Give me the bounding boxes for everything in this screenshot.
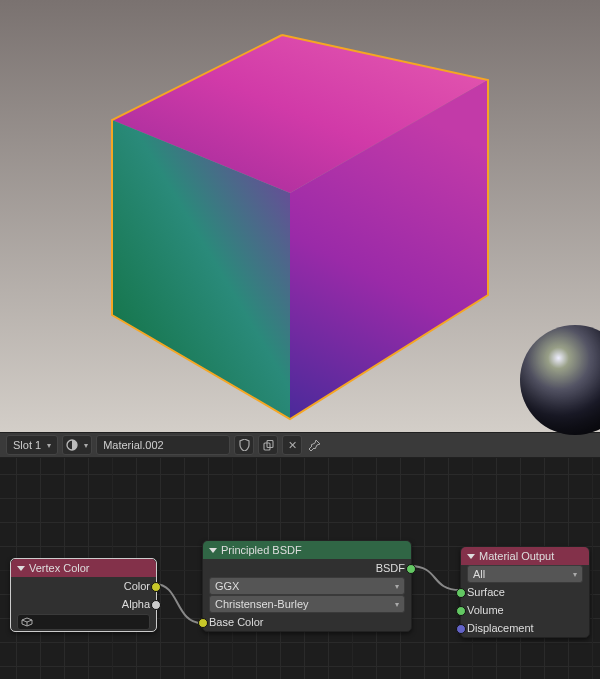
node-title: Vertex Color (29, 562, 90, 574)
unlink-button[interactable]: ✕ (282, 435, 302, 455)
node-title: Material Output (479, 550, 554, 562)
socket-displacement-in: Displacement (461, 619, 589, 637)
material-name-field[interactable]: Material.002 (96, 435, 230, 455)
socket-dot[interactable] (406, 564, 416, 574)
target-dropdown[interactable]: All ▾ (467, 565, 583, 583)
pin-button[interactable] (306, 436, 324, 454)
collapse-icon (17, 566, 25, 571)
cube-preview (0, 0, 600, 432)
socket-dot[interactable] (151, 600, 161, 610)
chevron-down-icon: ▾ (395, 600, 399, 609)
target-row: All ▾ (461, 565, 589, 583)
socket-alpha-out: Alpha (11, 595, 156, 613)
chevron-down-icon: ▾ (47, 441, 51, 450)
socket-color-out: Color (11, 577, 156, 595)
material-name: Material.002 (103, 439, 164, 451)
collapse-icon (209, 548, 217, 553)
material-slot-dropdown[interactable]: Slot 1 ▾ (6, 435, 58, 455)
viewport-3d[interactable] (0, 0, 600, 432)
mesh-data-icon (21, 617, 33, 627)
node-header[interactable]: Material Output (461, 547, 589, 565)
slot-label: Slot 1 (13, 439, 41, 451)
sss-method-dropdown[interactable]: Christensen-Burley ▾ (209, 595, 405, 613)
socket-bsdf-out: BSDF (203, 559, 411, 577)
distribution-row: GGX ▾ (203, 577, 411, 595)
shield-icon-button[interactable] (234, 435, 254, 455)
collapse-icon (467, 554, 475, 559)
chevron-down-icon: ▾ (395, 582, 399, 591)
socket-base-color-in: Base Color (203, 613, 411, 631)
chevron-down-icon: ▾ (84, 441, 88, 450)
vertex-color-name-row (11, 613, 156, 631)
shield-icon (239, 439, 250, 451)
node-editor-header: Slot 1 ▾ ▾ Material.002 ✕ (0, 432, 600, 458)
vertex-color-name-field[interactable] (17, 614, 150, 630)
node-principled-bsdf[interactable]: Principled BSDF BSDF GGX ▾ Christensen-B… (202, 540, 412, 632)
socket-volume-in: Volume (461, 601, 589, 619)
socket-dot[interactable] (151, 582, 161, 592)
socket-dot[interactable] (456, 624, 466, 634)
chevron-down-icon: ▾ (573, 570, 577, 579)
material-browse-button[interactable]: ▾ (62, 435, 92, 455)
node-material-output[interactable]: Material Output All ▾ Surface Volume Dis… (460, 546, 590, 638)
close-icon: ✕ (288, 439, 297, 452)
socket-dot[interactable] (456, 606, 466, 616)
sss-method-row: Christensen-Burley ▾ (203, 595, 411, 613)
node-title: Principled BSDF (221, 544, 302, 556)
node-vertex-color[interactable]: Vertex Color Color Alpha (10, 558, 157, 632)
pin-icon (309, 439, 321, 451)
duplicate-button[interactable] (258, 435, 278, 455)
node-header[interactable]: Principled BSDF (203, 541, 411, 559)
distribution-dropdown[interactable]: GGX ▾ (209, 577, 405, 595)
socket-dot[interactable] (456, 588, 466, 598)
duplicate-icon (263, 440, 274, 451)
material-icon (66, 439, 78, 451)
socket-surface-in: Surface (461, 583, 589, 601)
socket-dot[interactable] (198, 618, 208, 628)
node-editor[interactable]: Vertex Color Color Alpha Principled BSDF… (0, 458, 600, 679)
node-header[interactable]: Vertex Color (11, 559, 156, 577)
